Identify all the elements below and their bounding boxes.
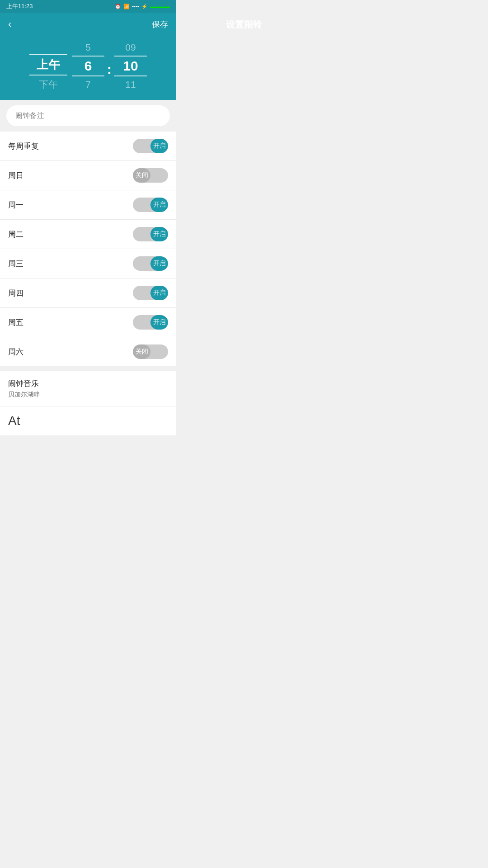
minute-column[interactable]: 09 10 11 — [114, 42, 147, 90]
status-bar: 上午11:23 ⏰ 📶 ▪▪▪▪ ⚡ ▬▬▬▬ — [0, 0, 176, 13]
content-area: 每周重复开启周日关闭周一开启周二开启周三开启周四开启周五开启周六关闭 闹钟音乐 … — [0, 100, 176, 435]
music-title: 闹钟音乐 — [8, 378, 168, 389]
row-label-7: 周六 — [8, 347, 23, 357]
toggle-label-5: 开启 — [153, 289, 166, 297]
battery-icon: ▬▬▬▬ — [150, 4, 170, 9]
minute-below: 11 — [125, 76, 136, 90]
toggle-0[interactable]: 开启 — [133, 139, 168, 153]
row-label-1: 周日 — [8, 170, 23, 181]
hour-selected[interactable]: 6 — [72, 56, 104, 76]
toggle-6[interactable]: 开启 — [133, 315, 168, 330]
row-label-4: 周三 — [8, 259, 23, 269]
hour-above: 5 — [85, 42, 91, 56]
row-label-0: 每周重复 — [8, 141, 39, 151]
toggle-3[interactable]: 开启 — [133, 227, 168, 241]
status-icons: ⏰ 📶 ▪▪▪▪ ⚡ ▬▬▬▬ — [115, 4, 170, 9]
settings-row-6: 周五开启 — [0, 308, 176, 337]
settings-row-1: 周日关闭 — [0, 161, 176, 190]
note-input[interactable] — [6, 105, 170, 126]
toggle-label-2: 开启 — [153, 201, 166, 209]
charging-icon: ⚡ — [141, 4, 148, 9]
settings-list: 每周重复开启周日关闭周一开启周二开启周三开启周四开启周五开启周六关闭 — [0, 132, 176, 366]
header: ‹ 设置闹铃 保存 — [0, 13, 176, 36]
toggle-4[interactable]: 开启 — [133, 256, 168, 271]
toggle-label-7: 关闭 — [136, 348, 148, 356]
settings-row-7: 周六关闭 — [0, 337, 176, 366]
settings-row-4: 周三开启 — [0, 249, 176, 278]
at-section: At — [0, 406, 176, 435]
toggle-label-3: 开启 — [153, 230, 166, 238]
time-colon: : — [107, 61, 112, 77]
row-label-3: 周二 — [8, 229, 23, 240]
toggle-1[interactable]: 关闭 — [133, 168, 168, 183]
back-button[interactable]: ‹ — [8, 19, 11, 30]
settings-row-2: 周一开启 — [0, 190, 176, 220]
at-label: At — [8, 414, 20, 428]
ampm-below: 下午 — [39, 75, 58, 91]
row-label-2: 周一 — [8, 200, 23, 210]
music-subtitle: 贝加尔湖畔 — [8, 391, 168, 399]
toggle-label-6: 开启 — [153, 318, 166, 326]
minute-selected[interactable]: 10 — [114, 56, 147, 76]
hour-below: 7 — [85, 76, 91, 90]
toggle-label-4: 开启 — [153, 259, 166, 268]
time-picker: 上午 下午 5 6 7 : 09 10 11 — [0, 36, 176, 100]
hour-column[interactable]: 5 6 7 — [72, 42, 104, 90]
alarm-icon: ⏰ — [115, 4, 121, 9]
settings-row-0: 每周重复开启 — [0, 132, 176, 161]
toggle-2[interactable]: 开启 — [133, 198, 168, 212]
row-label-6: 周五 — [8, 317, 23, 328]
ampm-selected[interactable]: 上午 — [29, 54, 67, 75]
status-time: 上午11:23 — [6, 2, 33, 10]
save-button[interactable]: 保存 — [152, 19, 168, 30]
music-section[interactable]: 闹钟音乐 贝加尔湖畔 — [0, 371, 176, 406]
signal-icon: ▪▪▪▪ — [132, 4, 139, 9]
settings-row-5: 周四开启 — [0, 278, 176, 308]
toggle-label-0: 开启 — [153, 142, 166, 150]
ampm-above — [47, 41, 50, 54]
toggle-7[interactable]: 关闭 — [133, 344, 168, 359]
settings-row-3: 周二开启 — [0, 220, 176, 249]
ampm-column[interactable]: 上午 下午 — [29, 41, 67, 91]
toggle-5[interactable]: 开启 — [133, 286, 168, 300]
wifi-icon: 📶 — [123, 4, 130, 9]
minute-above: 09 — [125, 42, 136, 56]
row-label-5: 周四 — [8, 288, 23, 298]
toggle-label-1: 关闭 — [136, 171, 148, 179]
note-section — [0, 100, 176, 132]
